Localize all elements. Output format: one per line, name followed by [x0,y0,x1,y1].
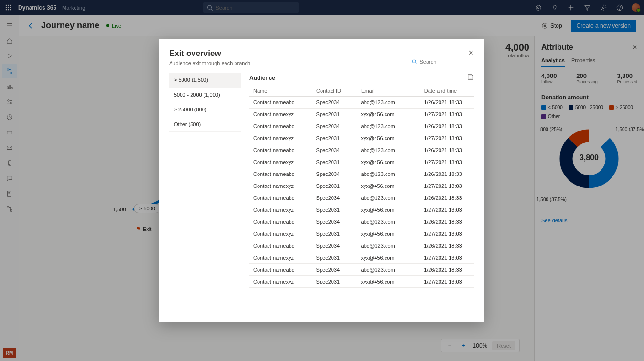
table-cell: abc@123.com [357,144,420,156]
table-cell: xyx@456.com [357,180,420,192]
table-cell: Contact namexyz [249,252,312,264]
table-row[interactable]: Contact namexyzSpec2031xyx@456.com1/27/2… [249,180,474,192]
svg-line-48 [415,62,417,64]
table-row[interactable]: Contact nameabcSpec2034abc@123.com1/26/2… [249,192,474,204]
table-cell: xyx@456.com [357,132,420,144]
table-row[interactable]: Contact nameabcSpec2034abc@123.com1/26/2… [249,168,474,180]
table-row[interactable]: Contact nameabcSpec2034abc@123.com1/26/2… [249,144,474,156]
table-cell: Spec2034 [312,120,357,132]
table-row[interactable]: Contact nameabcSpec2034abc@123.com1/26/2… [249,216,474,228]
table-cell: 1/27/2021 13:03 [420,276,474,288]
table-cell: 1/27/2021 13:03 [420,132,474,144]
table-cell: Spec2034 [312,264,357,276]
table-cell: xyx@456.com [357,109,420,120]
table-cell: 1/27/2021 13:03 [420,228,474,240]
table-cell: Contact namexyz [249,276,312,288]
table-cell: 1/26/2021 18:33 [420,144,474,156]
table-cell: 1/27/2021 13:03 [420,252,474,264]
table-cell: 1/26/2021 18:33 [420,216,474,228]
table-cell: xyx@456.com [357,252,420,264]
table-cell: Contact namexyz [249,204,312,216]
table-cell: Contact namexyz [249,109,312,120]
branch-item[interactable]: ≥ 25000 (800) [169,102,241,117]
table-cell: Spec2031 [312,132,357,144]
branch-item[interactable]: Other (500) [169,117,241,132]
table-cell: Contact nameabc [249,240,312,252]
table-cell: abc@123.com [357,192,420,204]
table-row[interactable]: Contact namexyzSpec2031xyx@456.com1/27/2… [249,204,474,216]
table-header[interactable]: Email [357,86,420,97]
table-cell: Spec2031 [312,156,357,168]
svg-point-47 [412,60,416,63]
table-cell: Spec2031 [312,252,357,264]
table-cell: Contact namexyz [249,132,312,144]
table-header[interactable]: Contact ID [312,86,357,97]
table-cell: abc@123.com [357,97,420,109]
table-cell: 1/26/2021 18:33 [420,120,474,132]
export-icon[interactable] [467,74,474,82]
modal-search-input[interactable] [419,59,474,65]
table-cell: xyx@456.com [357,228,420,240]
table-cell: 1/26/2021 18:33 [420,264,474,276]
table-cell: 1/26/2021 18:33 [420,168,474,180]
table-cell: Contact namexyz [249,180,312,192]
branch-list: > 5000 (1,500)5000 - 2000 (1,000)≥ 25000… [169,73,241,316]
table-cell: Spec2034 [312,240,357,252]
table-cell: 1/26/2021 18:33 [420,240,474,252]
modal-title: Exit overview [169,49,250,58]
modal-subtitle: Audience exit through each branch [169,60,250,66]
table-cell: Spec2031 [312,109,357,120]
table-cell: 1/26/2021 18:33 [420,192,474,204]
table-cell: abc@123.com [357,264,420,276]
table-row[interactable]: Contact namexyzSpec2031xyx@456.com1/27/2… [249,132,474,144]
table-cell: Spec2031 [312,228,357,240]
table-cell: abc@123.com [357,216,420,228]
table-cell: Contact nameabc [249,120,312,132]
table-row[interactable]: Contact namexyzSpec2031xyx@456.com1/27/2… [249,252,474,264]
table-row[interactable]: Contact nameabcSpec2034abc@123.com1/26/2… [249,120,474,132]
table-cell: Spec2031 [312,204,357,216]
table-cell: Contact namexyz [249,228,312,240]
table-cell: Spec2034 [312,216,357,228]
table-row[interactable]: Contact nameabcSpec2034abc@123.com1/26/2… [249,240,474,252]
table-cell: 1/27/2021 13:03 [420,204,474,216]
table-cell: 1/27/2021 13:03 [420,156,474,168]
table-cell: Contact nameabc [249,264,312,276]
table-header[interactable]: Name [249,86,312,97]
table-row[interactable]: Contact namexyzSpec2031xyx@456.com1/27/2… [249,156,474,168]
modal-close-icon[interactable]: ✕ [468,49,474,56]
table-cell: Contact nameabc [249,192,312,204]
table-row[interactable]: Contact nameabcSpec2034abc@123.com1/26/2… [249,264,474,276]
table-cell: Spec2031 [312,180,357,192]
table-cell: Contact nameabc [249,216,312,228]
table-cell: Spec2034 [312,97,357,109]
table-cell: abc@123.com [357,240,420,252]
branch-item[interactable]: 5000 - 2000 (1,000) [169,88,241,102]
table-cell: 1/27/2021 13:03 [420,109,474,120]
table-cell: 1/27/2021 13:03 [420,180,474,192]
table-row[interactable]: Contact nameabcSpec2034abc@123.com1/26/2… [249,97,474,109]
table-cell: Spec2034 [312,192,357,204]
branch-item[interactable]: > 5000 (1,500) [169,73,241,88]
table-header[interactable]: Date and time [420,86,474,97]
table-row[interactable]: Contact namexyzSpec2031xyx@456.com1/27/2… [249,276,474,288]
table-row[interactable]: Contact namexyzSpec2031xyx@456.com1/27/2… [249,109,474,120]
table-cell: Spec2031 [312,276,357,288]
table-cell: Contact nameabc [249,97,312,109]
table-cell: Spec2034 [312,168,357,180]
modal-search[interactable] [412,57,474,66]
audience-heading: Audience [249,75,275,81]
table-cell: abc@123.com [357,168,420,180]
table-cell: Contact nameabc [249,144,312,156]
table-cell: xyx@456.com [357,276,420,288]
table-cell: Contact namexyz [249,156,312,168]
table-row[interactable]: Contact namexyzSpec2031xyx@456.com1/27/2… [249,228,474,240]
table-cell: xyx@456.com [357,156,420,168]
table-cell: Spec2034 [312,144,357,156]
table-cell: xyx@456.com [357,204,420,216]
exit-overview-modal: Exit overview Audience exit through each… [159,39,484,322]
table-cell: 1/26/2021 18:33 [420,97,474,109]
table-cell: Contact nameabc [249,168,312,180]
table-cell: abc@123.com [357,120,420,132]
